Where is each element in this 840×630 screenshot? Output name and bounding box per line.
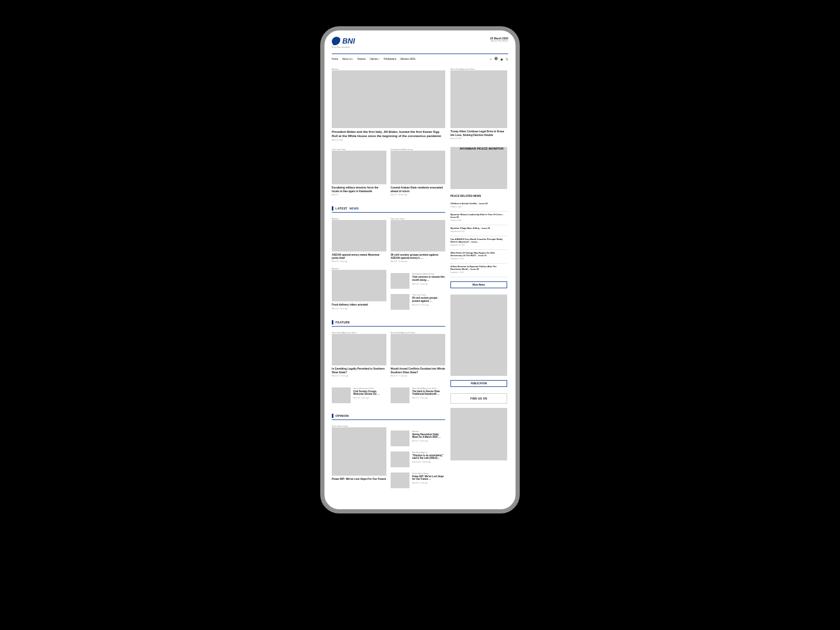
- section-opinion-head: OPINION: [332, 414, 445, 418]
- article-source: Karen Information Center: [353, 387, 386, 390]
- facebook-icon[interactable]: ◉: [500, 57, 503, 61]
- nav-feature[interactable]: Feature: [358, 58, 366, 60]
- article-title[interactable]: The Hard to Revive Shan Traditional Hand…: [412, 390, 445, 396]
- row-two: Than Lwin Times Escalating military tens…: [332, 149, 445, 196]
- sidebar-ad-box[interactable]: [450, 295, 507, 376]
- article-title[interactable]: Putao IDP: We've Lost Hope For Our Futur…: [332, 477, 386, 480]
- list-item[interactable]: What Kinds Of Change May Happen On 33rd …: [450, 250, 507, 264]
- article-title[interactable]: Trump Allies Continue Legal Drive to Era…: [450, 130, 507, 136]
- article-card[interactable]: Mizzima ASEAN special envoy meets Myanma…: [332, 218, 386, 263]
- article-source: Mon News Agency: [412, 452, 445, 454]
- opinion-side-list: Mizzima Spring Revolution Daily News for…: [391, 425, 445, 488]
- list-item[interactable]: Myinthar Village Mass Killing – Issue 23…: [450, 225, 507, 236]
- chevron-down-icon: ▾: [415, 58, 416, 60]
- hero-big[interactable]: Mizzima President Biden and the first la…: [332, 68, 445, 141]
- list-item[interactable]: Kachin News Group Putao IDP: We've Lost …: [391, 472, 445, 488]
- article-card[interactable]: Than Lwin Times Escalating military tens…: [332, 149, 386, 196]
- nav-home[interactable]: Home: [332, 58, 338, 60]
- article-title[interactable]: 36 civil society groups protest against …: [391, 253, 445, 260]
- nav-about[interactable]: About us▾: [342, 58, 353, 60]
- latest-side-list: Development Media Group Train services t…: [391, 268, 445, 310]
- article-title[interactable]: "Election is an uncertainty," said U Sai…: [412, 454, 445, 460]
- article-meta: February 28 · 3 weeks ago: [412, 461, 445, 463]
- article-meta: March 22 · 52 mins ago: [412, 304, 445, 306]
- article-source: Than Lwin Times: [412, 294, 445, 296]
- list-item[interactable]: Can ASEAN'S Four-Month Ceasefire Princip…: [450, 236, 507, 250]
- more-news-button[interactable]: More News: [450, 281, 507, 288]
- page: BNI Burma News International 22 March 20…: [320, 26, 520, 513]
- article-title[interactable]: Food delivery riders arrested: [332, 303, 386, 306]
- article-title[interactable]: Coastal Arakan State residents evacuated…: [391, 186, 445, 193]
- header: BNI Burma News International 22 March 20…: [332, 37, 508, 48]
- article-title[interactable]: Train services to resume this month alon…: [412, 276, 445, 281]
- article-meta: March 22 · 1 hour ago: [332, 260, 386, 262]
- opinion-hero[interactable]: Kachin News Group Putao IDP: We've Lost …: [332, 425, 386, 488]
- article-meta: March 22, 2022: [450, 138, 507, 140]
- search-icon[interactable]: ⌕: [490, 57, 492, 61]
- article-card[interactable]: Than Lwin Times 36 civil society groups …: [391, 218, 445, 263]
- logo-subtitle: Burma News International: [332, 46, 355, 48]
- thumb: [391, 452, 410, 467]
- article-image: [391, 334, 445, 365]
- date-block: 22 March 2022 Myanmar Peace Monitor: [490, 37, 508, 42]
- list-item[interactable]: Mizzima Spring Revolution Daily News for…: [391, 430, 445, 446]
- list-item[interactable]: Children In Armed Conflict – Issue 25Oct…: [450, 201, 507, 212]
- logo-block[interactable]: BNI Burma News International: [332, 37, 355, 48]
- globe-icon[interactable]: 🌐︎: [495, 57, 498, 61]
- article-title[interactable]: 36 civil society groups protest against …: [412, 297, 445, 302]
- article-title[interactable]: Is Gambling Legally Permitted in Souther…: [332, 367, 386, 374]
- latest-row-2: Mizzima Food delivery riders arrested Ma…: [332, 268, 445, 310]
- article-card[interactable]: Shan Herald Agency for News Is Gambling …: [332, 332, 386, 377]
- article-title[interactable]: President Biden and the first lady, Jill…: [332, 130, 445, 138]
- list-item[interactable]: Than Lwin Times 36 civil society groups …: [391, 294, 445, 310]
- nav-election[interactable]: Election 2020▾: [401, 58, 416, 60]
- list-item[interactable]: A New Direction In Myanmar Politics Afte…: [450, 264, 507, 277]
- article-image: [332, 151, 386, 184]
- sidebar-monitor-banner[interactable]: MYANMAR PEACE MONITOR: [450, 147, 507, 189]
- logo[interactable]: BNI: [332, 37, 355, 45]
- sidebar-social-box[interactable]: [450, 408, 507, 460]
- list-item[interactable]: Shan Herald Agency for News The Hard to …: [391, 382, 445, 403]
- thumb: [391, 273, 410, 289]
- article-card[interactable]: Mizzima Food delivery riders arrested Ma…: [332, 268, 386, 310]
- article-title[interactable]: Escalating military tensions force the l…: [332, 186, 386, 193]
- latest-row: Mizzima ASEAN special envoy meets Myanma…: [332, 218, 445, 263]
- article-meta: March 22 · 1 hour ago: [412, 397, 445, 399]
- article-title[interactable]: Putao IDP: We've Lost Hope for Our Futur…: [412, 475, 445, 481]
- peace-news-list: Children In Armed Conflict – Issue 25Oct…: [450, 201, 507, 277]
- nav-publications[interactable]: Publications: [384, 58, 396, 60]
- sidebar-hero-image[interactable]: [450, 70, 507, 128]
- chevron-down-icon: ▾: [379, 58, 380, 60]
- article-meta: March 22 · 1 hour ago: [353, 397, 386, 399]
- thumb: [391, 430, 410, 446]
- article-source: Mizzima: [412, 430, 445, 433]
- feature-row: Shan Herald Agency for News Is Gambling …: [332, 332, 445, 377]
- article-title[interactable]: Spring Revolution Daily News for 8 March…: [412, 433, 445, 439]
- article-title[interactable]: ASEAN special envoy meets Myanmar junta …: [332, 253, 386, 260]
- article-image: [332, 270, 386, 301]
- article-meta: March 8 · 2 weeks ago: [412, 440, 445, 442]
- layout: Mizzima President Biden and the first la…: [332, 68, 508, 488]
- list-item[interactable]: Karen Information Center Civil Society G…: [332, 382, 386, 403]
- section-feature-head: FEATURE: [332, 320, 445, 324]
- article-meta: March 22 · 4 mins ago: [332, 308, 386, 310]
- article-meta: March 22 · 1 hour ago: [412, 482, 445, 484]
- list-item[interactable]: Myanmar Women Leadership Role In Time Of…: [450, 212, 507, 225]
- section-latest-head: LATEST NEWS: [332, 206, 445, 211]
- article-card[interactable]: Shan Herald Agency for News Would Armed …: [391, 332, 445, 377]
- article-meta: March 22 · 10 mins ago: [332, 375, 386, 377]
- publication-button[interactable]: PUBLICATION: [450, 380, 507, 387]
- feature-row-2: Karen Information Center Civil Society G…: [332, 382, 445, 403]
- list-item[interactable]: Mon News Agency "Election is an uncertai…: [391, 452, 445, 467]
- find-us-on: FIND US ON: [450, 393, 507, 404]
- article-title[interactable]: Would Armed Conflicts Escalate Into Whol…: [391, 367, 445, 374]
- article-image: [332, 334, 386, 365]
- twitter-icon[interactable]: 𝕏: [506, 57, 508, 61]
- article-meta: March 22, 2022: [332, 139, 445, 141]
- list-item[interactable]: Development Media Group Train services t…: [391, 273, 445, 289]
- article-card[interactable]: Development Media Group Coastal Arakan S…: [391, 149, 445, 196]
- article-title[interactable]: Civil Society Groups Welcome Stricter EU…: [353, 390, 386, 396]
- nav-opinion[interactable]: Opinion▾: [370, 58, 380, 60]
- section-rule: [332, 212, 445, 213]
- article-source: Kachin News Group: [412, 472, 445, 475]
